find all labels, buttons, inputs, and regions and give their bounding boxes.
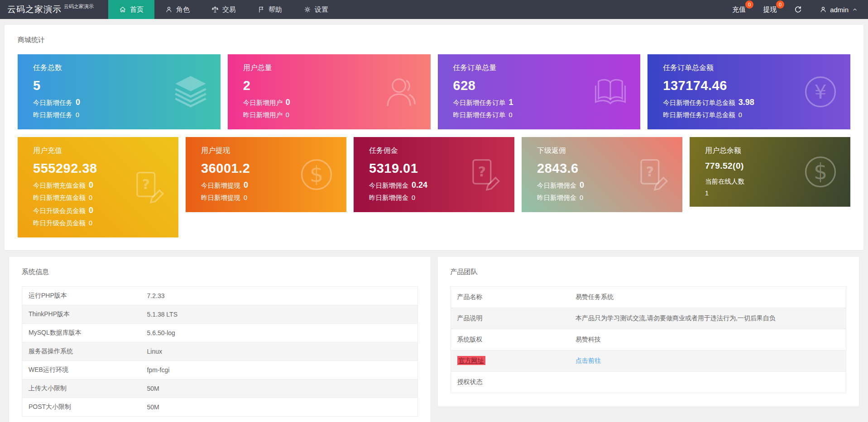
stat-card-title: 任务订单总金额 xyxy=(663,63,801,73)
withdraw-button[interactable]: 提现 0 xyxy=(763,5,777,14)
subline-label: 昨日新增任务订单总金额 xyxy=(663,111,735,119)
doc-question-icon: ? xyxy=(130,169,167,205)
scale-icon xyxy=(211,6,219,13)
recharge-button[interactable]: 充值 0 xyxy=(732,5,746,14)
main-menu: 首页角色交易帮助设置 xyxy=(108,0,339,19)
stat-card-task-order-amount: 任务订单总金额137174.46今日新增任务订单总金额3.98昨日新增任务订单总… xyxy=(647,54,850,129)
subline-label: 今日新增任务订单总金额 xyxy=(663,99,735,107)
subline-label: 昨日新增用户 xyxy=(243,111,283,119)
dollar-icon: $ xyxy=(802,154,839,190)
nav-item-label: 角色 xyxy=(176,5,190,14)
product-team-title: 产品团队 xyxy=(451,268,847,276)
navbar-right: 充值 0 提现 0 admin xyxy=(732,0,868,19)
stat-card-user-withdraw: 用户提现36001.2今日新增提现0昨日新增提现0$ xyxy=(186,137,346,212)
subline-label: 今日新增佣金 xyxy=(537,181,576,190)
subline-value: 0 xyxy=(89,219,92,227)
shop-stats-panel: 商城统计 任务总数5今日新增任务0昨日新增任务0用户总量2今日新增用户0昨日新增… xyxy=(5,25,863,250)
subline-value: 0 xyxy=(244,180,248,190)
stat-card-value: 2843.6 xyxy=(537,161,633,176)
layers-icon xyxy=(173,74,209,110)
user-silhouette-icon xyxy=(383,74,419,110)
stat-card-value: 628 xyxy=(453,78,591,93)
stat-card-subline: 今日新增充值金额0 xyxy=(33,180,129,190)
refresh-button[interactable] xyxy=(794,5,802,14)
product-team-table: 产品名称易赞任务系统产品说明本产品只为学习测试交流,请勿要做商业或者用于违法行为… xyxy=(451,286,847,393)
stats-panel-title: 商城统计 xyxy=(18,36,850,44)
stat-card-value: 137174.46 xyxy=(663,78,801,93)
row-label: 系统版权 xyxy=(451,329,569,351)
stat-card-subline: 昨日新增充值金额0 xyxy=(33,194,129,202)
subline-label: 昨日新增充值金额 xyxy=(33,194,86,202)
subline-label: 昨日升级会员金额 xyxy=(33,219,86,228)
row-value: 7.2.33 xyxy=(141,287,417,305)
table-row: 官方网址点击前往 xyxy=(451,351,846,372)
stat-card-task-commission: 任务佣金5319.01今日新增佣金0.24昨日新增佣金0? xyxy=(354,137,514,212)
table-row: 系统版权易赞科技 xyxy=(451,329,846,351)
stat-card-subline: 今日升级会员金额0 xyxy=(33,206,129,215)
row-label: 产品名称 xyxy=(451,287,569,308)
subline-label: 今日新增用户 xyxy=(243,99,283,107)
official-site-link[interactable]: 点击前往 xyxy=(575,357,601,364)
stat-card-task-total: 任务总数5今日新增任务0昨日新增任务0 xyxy=(18,54,221,129)
svg-text:?: ? xyxy=(646,164,654,180)
stat-card-subline: 今日新增提现0 xyxy=(201,180,297,190)
stat-card-user-balance: 用户总余额779.52(0)当前在线人数1$ xyxy=(690,137,850,207)
caret-up-icon xyxy=(852,6,858,13)
table-row: MySQL数据库版本5.6.50-log xyxy=(22,324,418,342)
nav-item-help[interactable]: 帮助 xyxy=(247,0,293,19)
official-site-label-badge: 官方网址 xyxy=(457,356,485,365)
stat-card-task-order-total: 任务订单总量628今日新增任务订单1昨日新增任务订单0 xyxy=(438,54,641,129)
stat-card-title: 下级返佣 xyxy=(537,146,633,156)
subline-value: 0 xyxy=(76,111,79,119)
stat-card-title: 任务订单总量 xyxy=(453,63,591,73)
subline-label: 1 xyxy=(705,190,709,197)
logo-subtext: 云码之家演示 xyxy=(64,3,94,10)
subline-value: 0 xyxy=(739,111,742,119)
subline-value: 0 xyxy=(89,194,92,201)
nav-item-settings[interactable]: 设置 xyxy=(293,0,339,19)
subline-label: 昨日新增佣金 xyxy=(369,194,408,202)
withdraw-label: 提现 xyxy=(763,5,777,13)
row-value: 点击前往 xyxy=(569,351,846,372)
svg-text:$: $ xyxy=(814,159,827,184)
nav-item-trade[interactable]: 交易 xyxy=(201,0,247,19)
row-label: MySQL数据库版本 xyxy=(22,324,141,342)
book-icon xyxy=(592,74,628,110)
stat-card-subline: 今日新增任务0 xyxy=(33,98,171,107)
table-row: ThinkPHP版本5.1.38 LTS xyxy=(22,305,418,324)
nav-item-roles[interactable]: 角色 xyxy=(154,0,201,19)
system-info-panel: 系统信息 运行PHP版本7.2.33ThinkPHP版本5.1.38 LTSMy… xyxy=(9,257,431,422)
subline-value: 0.24 xyxy=(412,180,427,190)
subline-label: 今日新增佣金 xyxy=(369,181,408,190)
recharge-label: 充值 xyxy=(732,5,746,13)
product-team-panel: 产品团队 产品名称易赞任务系统产品说明本产品只为学习测试交流,请勿要做商业或者用… xyxy=(438,257,859,407)
nav-item-home[interactable]: 首页 xyxy=(108,0,154,19)
user-menu[interactable]: admin xyxy=(820,6,858,14)
subline-label: 昨日新增任务订单 xyxy=(453,111,506,119)
row-value: 50M xyxy=(141,398,417,417)
stat-card-subline: 当前在线人数 xyxy=(705,177,801,186)
row-label: 服务器操作系统 xyxy=(22,342,141,361)
row-value: 本产品只为学习测试交流,请勿要做商业或者用于违法行为,一切后果自负 xyxy=(569,308,846,329)
role-icon xyxy=(165,6,173,13)
subline-value: 0 xyxy=(89,180,93,190)
table-row: 上传大小限制50M xyxy=(22,379,418,398)
stat-card-subline: 今日新增佣金0.24 xyxy=(369,180,465,190)
stat-cards-row-2: 用户充值555292.38今日新增充值金额0昨日新增充值金额0今日升级会员金额0… xyxy=(18,137,850,237)
row-label: 官方网址 xyxy=(451,351,569,372)
stat-card-title: 用户总量 xyxy=(243,63,381,73)
stat-card-value: 36001.2 xyxy=(201,161,297,176)
subline-value: 0 xyxy=(509,111,513,119)
stat-card-title: 任务佣金 xyxy=(369,146,465,156)
table-row: 授权状态 xyxy=(451,372,846,393)
subline-value: 0 xyxy=(89,206,93,215)
stat-card-subline: 昨日新增用户0 xyxy=(243,111,381,119)
home-icon xyxy=(119,6,126,13)
subline-value: 0 xyxy=(580,180,584,190)
subline-label: 今日新增任务 xyxy=(33,99,72,107)
row-value: 易赞科技 xyxy=(569,329,846,351)
bottom-section: 系统信息 运行PHP版本7.2.33ThinkPHP版本5.1.38 LTSMy… xyxy=(5,257,863,422)
nav-item-label: 交易 xyxy=(222,5,236,14)
stat-card-subline: 今日新增佣金0 xyxy=(537,180,633,190)
logo[interactable]: 云码之家演示 云码之家演示 xyxy=(0,0,96,19)
